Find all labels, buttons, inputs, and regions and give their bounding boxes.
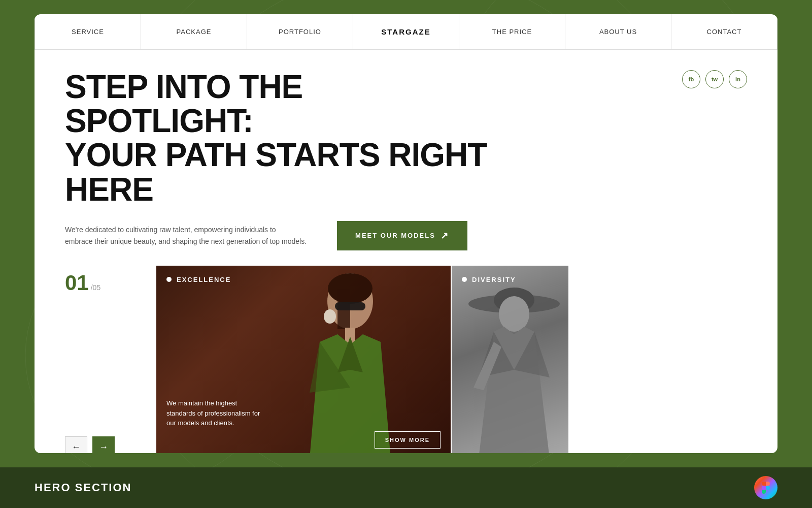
- card-secondary-image: [452, 266, 568, 453]
- nav-portfolio[interactable]: PORTFOLIO: [247, 14, 353, 49]
- facebook-icon[interactable]: fb: [682, 70, 700, 88]
- hero-description: We're dedicated to cultivating raw talen…: [65, 224, 307, 247]
- nav-about-us[interactable]: ABOUT US: [565, 14, 671, 49]
- carousel-nav-buttons: ← →: [65, 426, 146, 453]
- nav-contact[interactable]: CONTACT: [671, 14, 777, 49]
- cta-arrow-icon: ↗: [441, 230, 449, 241]
- show-more-button[interactable]: SHOW MORE: [375, 431, 441, 449]
- section-label: HERO SECTION: [35, 481, 131, 494]
- carousel-section: 01 /05 ← →: [35, 266, 777, 453]
- card-excellence: EXCELLENCE We maintain the highest stand…: [156, 266, 451, 453]
- slide-current: 01: [65, 271, 89, 295]
- svg-rect-8: [335, 302, 365, 310]
- hero-body: fb tw in STEP INTO THE SPOTLIGHT: YOUR P…: [35, 50, 777, 250]
- social-icons: fb tw in: [682, 70, 747, 88]
- nav-package[interactable]: PACKAGE: [141, 14, 247, 49]
- meet-models-button[interactable]: MEET OUR MODELS ↗: [337, 221, 467, 250]
- navigation: SERVICE PACKAGE PORTFOLIO STARGAZE THE P…: [35, 14, 777, 50]
- twitter-icon[interactable]: tw: [705, 70, 724, 88]
- cards-container: EXCELLENCE We maintain the highest stand…: [156, 266, 747, 453]
- nav-brand[interactable]: STARGAZE: [353, 14, 459, 49]
- main-card: SERVICE PACKAGE PORTFOLIO STARGAZE THE P…: [35, 14, 777, 453]
- slide-counter: 01 /05: [65, 271, 146, 295]
- svg-point-10: [324, 309, 336, 324]
- tag-dot-2: [462, 277, 467, 282]
- figma-icon: [754, 476, 777, 499]
- hero-sub-row: We're dedicated to cultivating raw talen…: [65, 221, 747, 250]
- tag-dot: [166, 277, 172, 282]
- linkedin-icon[interactable]: in: [729, 70, 747, 88]
- nav-service[interactable]: SERVICE: [35, 14, 141, 49]
- card-main-description: We maintain the highest standards of pro…: [166, 398, 441, 428]
- nav-the-price[interactable]: THE PRICE: [459, 14, 565, 49]
- card-secondary-tag: DIVERSITY: [462, 276, 516, 283]
- card-diversity: DIVERSITY: [452, 266, 568, 453]
- card-main-tag: EXCELLENCE: [166, 276, 231, 283]
- next-button[interactable]: →: [92, 436, 115, 453]
- svg-point-13: [499, 296, 529, 332]
- woman-figure-secondary: [463, 276, 565, 453]
- prev-button[interactable]: ←: [65, 436, 87, 453]
- bottom-bar: HERO SECTION: [0, 467, 812, 508]
- slide-total: /05: [91, 283, 100, 292]
- hero-title: STEP INTO THE SPOTLIGHT: YOUR PATH START…: [65, 70, 496, 207]
- carousel-left: 01 /05 ← →: [65, 266, 156, 453]
